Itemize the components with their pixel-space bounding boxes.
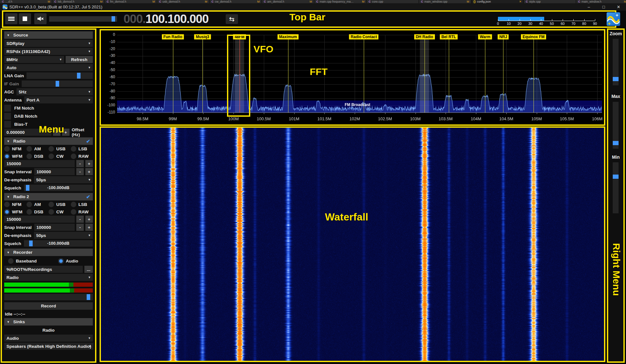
bias-t-checkbox[interactable] <box>4 121 11 128</box>
source-serial-select[interactable]: RSPdx (191106DA42)▼ <box>4 48 93 55</box>
mode-option-nfm[interactable]: NFM <box>4 146 27 152</box>
recorder-mode-baseband[interactable]: Baseband <box>8 258 37 264</box>
editor-tab[interactable]: Cstyle.cpp <box>524 0 576 3</box>
mode-option-raw[interactable]: RAW <box>71 154 93 159</box>
recorder-volume-handle[interactable] <box>87 294 90 300</box>
radio2-bw-plus-button[interactable]: + <box>85 216 93 223</box>
max-slider[interactable] <box>613 102 619 149</box>
recorder-volume-slider[interactable] <box>4 294 93 300</box>
editor-tab[interactable]: Cmain_window.cppM <box>419 0 471 3</box>
editor-tab[interactable]: Ccw_demod.hM <box>210 0 262 3</box>
if-gain-slider[interactable] <box>22 80 93 87</box>
stop-button[interactable] <box>19 13 31 24</box>
radio2-squelch-slider[interactable]: -100.000dB <box>24 240 93 247</box>
enabled-check-icon[interactable]: ✔ <box>86 194 90 200</box>
mode-option-dsb[interactable]: DSB <box>27 154 49 159</box>
editor-tab[interactable]: Cmain_window.hM <box>576 0 626 3</box>
mode-option-usb[interactable]: USB <box>49 202 71 207</box>
maximize-button[interactable]: □ <box>596 3 611 11</box>
mute-button[interactable] <box>34 13 47 24</box>
fm-notch-checkbox[interactable] <box>4 105 11 112</box>
min-slider[interactable] <box>613 162 619 213</box>
mode-option-am[interactable]: AM <box>27 202 49 207</box>
editor-tab[interactable]: Cusb_demod.hM <box>157 0 210 3</box>
recorder-stream-select[interactable]: Radio▼ <box>4 274 93 281</box>
waterfall-canvas[interactable] <box>101 128 604 361</box>
radio1-squelch-slider[interactable]: -100.000dB <box>24 185 93 191</box>
mode-option-cw[interactable]: CW <box>49 154 71 159</box>
editor-tab[interactable]: Cfm_demod.hM <box>105 0 157 3</box>
mode-option-am[interactable]: AM <box>27 146 49 152</box>
radio1-bw-plus-button[interactable]: + <box>85 160 93 167</box>
volume-slider[interactable] <box>49 16 117 22</box>
radio2-snap-plus-button[interactable]: + <box>85 224 93 231</box>
mode-option-lsb[interactable]: LSB <box>71 202 93 207</box>
radio2-deemphasis-select[interactable]: 50µs▼ <box>34 232 93 239</box>
editor-tab[interactable]: {}config.json✕ <box>471 0 524 3</box>
editor-tab[interactable]: Cam_demod.hM <box>262 0 314 3</box>
station-label-fun-radio[interactable]: Fun Radio <box>162 34 184 39</box>
station-label-bel-rtl[interactable]: Bel RTL <box>440 34 458 39</box>
browse-button[interactable]: ... <box>84 266 93 273</box>
mode-option-usb[interactable]: USB <box>49 146 71 152</box>
refresh-button[interactable]: Refresh <box>66 56 93 63</box>
radio1-deemphasis-select[interactable]: 50µs▼ <box>34 176 93 183</box>
radio1-snap-input[interactable]: 100000 <box>34 168 75 175</box>
source-section-header[interactable]: ▼ Source <box>4 31 93 39</box>
radio2-snap-input[interactable]: 100000 <box>34 224 75 231</box>
station-label-warm[interactable]: Warm <box>478 34 492 39</box>
mode-option-raw[interactable]: RAW <box>71 209 93 215</box>
enabled-check-icon[interactable]: ✔ <box>86 138 90 144</box>
menu-toggle-button[interactable] <box>5 13 17 24</box>
agc-select[interactable]: 5Hz▼ <box>16 88 93 95</box>
station-label-radio-contact[interactable]: Radio Contact <box>349 34 378 39</box>
max-slider-handle[interactable] <box>613 141 619 145</box>
frequency-display[interactable]: 000.100.100.000 <box>124 12 209 26</box>
mode-option-nfm[interactable]: NFM <box>4 202 27 207</box>
sink-type-select[interactable]: Audio▼ <box>4 335 93 342</box>
antenna-select[interactable]: Port A▼ <box>24 96 93 103</box>
editor-tab[interactable]: C…d.hM <box>0 0 52 3</box>
sink-device-select[interactable]: Speakers (Realtek High Definition Audio)… <box>4 343 93 350</box>
mode-option-wfm[interactable]: WFM <box>4 154 27 159</box>
sinks-section-header[interactable]: ▼ Sinks <box>4 318 93 326</box>
zoom-slider[interactable] <box>613 39 619 85</box>
recorder-mode-audio[interactable]: Audio <box>58 258 78 264</box>
gain-mode-select[interactable]: Auto▼ <box>4 64 93 71</box>
radio2-section-header[interactable]: ▼ Radio 2 ✔ <box>4 193 93 200</box>
minimize-button[interactable]: – <box>581 3 596 11</box>
station-label-nrj[interactable]: NRJ <box>498 34 509 39</box>
radio1-section-header[interactable]: ▼ Radio ✔ <box>4 137 93 145</box>
mode-option-wfm[interactable]: WFM <box>4 209 27 215</box>
radio1-snap-plus-button[interactable]: + <box>85 168 93 175</box>
radio1-bw-minus-button[interactable]: - <box>76 160 84 167</box>
if-gain-handle[interactable] <box>56 81 59 87</box>
station-label-dh-radio[interactable]: DH Radio <box>414 34 435 39</box>
radio1-snap-minus-button[interactable]: - <box>76 168 84 175</box>
zoom-slider-handle[interactable] <box>613 77 619 81</box>
recorder-section-header[interactable]: ▼ Recorder <box>4 249 93 256</box>
lna-gain-handle[interactable] <box>77 73 81 79</box>
editor-tab[interactable]: Cmain.cpp frequency_ma…M <box>314 0 367 3</box>
recorder-path-input[interactable]: %ROOT%/Recordings <box>4 266 83 273</box>
station-label-equinox-fm[interactable]: Equinox FM <box>521 34 546 39</box>
source-device-select[interactable]: SDRplay▼ <box>4 40 93 47</box>
mode-option-cw[interactable]: CW <box>49 209 71 215</box>
mode-option-dsb[interactable]: DSB <box>27 209 49 215</box>
radio2-snap-minus-button[interactable]: - <box>76 224 84 231</box>
station-label-musiq3[interactable]: Musiq3 <box>194 34 211 39</box>
editor-tab[interactable]: Clsb_demod.hM <box>52 0 105 3</box>
station-label-maximum[interactable]: Maximum <box>277 34 298 39</box>
close-button[interactable]: ✕ <box>611 3 626 11</box>
editor-tab[interactable]: Ccore.cpp <box>367 0 419 3</box>
swap-vfo-button[interactable]: ⇆ <box>226 14 238 24</box>
station-label-48fm[interactable]: 48FM <box>233 34 246 39</box>
dab-notch-checkbox[interactable] <box>4 113 11 120</box>
volume-slider-handle[interactable] <box>112 16 115 22</box>
mode-option-lsb[interactable]: LSB <box>71 146 93 152</box>
record-button[interactable]: Record <box>4 302 93 310</box>
radio2-bandwidth-input[interactable]: 150000 <box>4 216 75 223</box>
bandwidth-select[interactable]: 8MHz▼ <box>4 56 64 63</box>
radio1-bandwidth-input[interactable]: 150000 <box>4 160 75 167</box>
lna-gain-slider[interactable] <box>27 72 93 79</box>
